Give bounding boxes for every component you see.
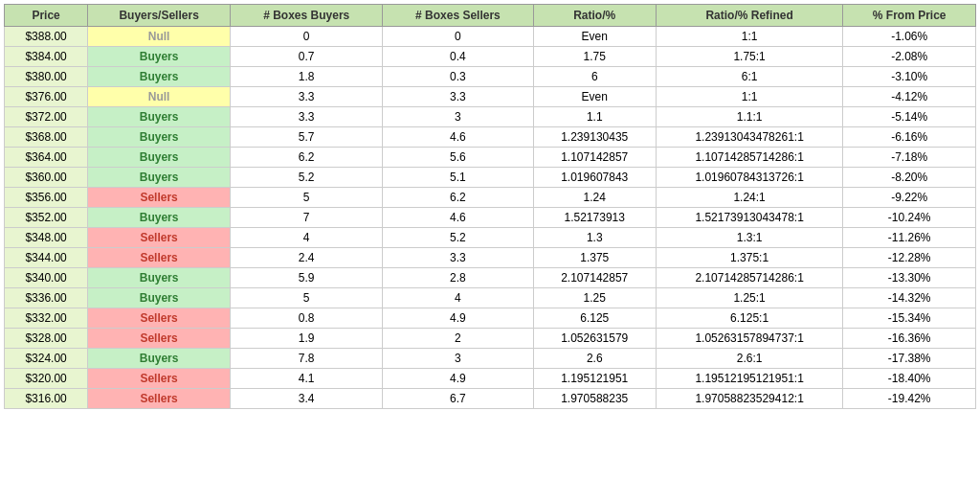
buyers-sellers-cell: Sellers (88, 308, 231, 329)
column-header: Buyers/Sellers (88, 5, 231, 27)
ratio-cell: 1.970588235 (533, 389, 656, 409)
column-header: Ratio/% (533, 5, 656, 27)
price-cell: $360.00 (5, 168, 88, 188)
ratio-cell: 1.195121951 (533, 369, 656, 389)
boxes-buyers-cell: 0 (231, 27, 383, 47)
boxes-sellers-cell: 0.3 (383, 67, 533, 87)
boxes-sellers-cell: 3.3 (383, 87, 533, 107)
main-table: PriceBuyers/Sellers# Boxes Buyers# Boxes… (4, 4, 976, 409)
boxes-buyers-cell: 3.4 (231, 389, 383, 409)
price-cell: $364.00 (5, 148, 88, 168)
ratio-refined-cell: 1.375:1 (656, 248, 842, 268)
price-cell: $340.00 (5, 268, 88, 288)
column-header: # Boxes Sellers (383, 5, 533, 27)
column-header: % From Price (843, 5, 976, 27)
ratio-cell: 1.019607843 (533, 168, 656, 188)
table-row: $348.00Sellers45.21.31.3:1-11.26% (5, 228, 976, 248)
buyers-sellers-cell: Buyers (88, 349, 231, 369)
price-cell: $316.00 (5, 389, 88, 409)
ratio-refined-cell: 1.25:1 (656, 288, 842, 308)
boxes-buyers-cell: 1.8 (231, 67, 383, 87)
from-price-cell: -16.36% (843, 329, 976, 349)
table-row: $360.00Buyers5.25.11.0196078431.01960784… (5, 168, 976, 188)
boxes-buyers-cell: 5.7 (231, 127, 383, 148)
ratio-cell: 1.107142857 (533, 148, 656, 168)
buyers-sellers-cell: Buyers (88, 47, 231, 67)
price-cell: $352.00 (5, 208, 88, 228)
ratio-refined-cell: 1.05263157894737:1 (656, 329, 842, 349)
ratio-cell: Even (533, 27, 656, 47)
from-price-cell: -10.24% (843, 208, 976, 228)
from-price-cell: -12.28% (843, 248, 976, 268)
from-price-cell: -19.42% (843, 389, 976, 409)
price-cell: $324.00 (5, 349, 88, 369)
ratio-refined-cell: 6.125:1 (656, 308, 842, 329)
ratio-cell: 2.107142857 (533, 268, 656, 288)
boxes-buyers-cell: 2.4 (231, 248, 383, 268)
ratio-refined-cell: 1.01960784313726:1 (656, 168, 842, 188)
table-row: $332.00Sellers0.84.96.1256.125:1-15.34% (5, 308, 976, 329)
from-price-cell: -2.08% (843, 47, 976, 67)
boxes-buyers-cell: 5 (231, 288, 383, 308)
table-row: $336.00Buyers541.251.25:1-14.32% (5, 288, 976, 308)
buyers-sellers-cell: Buyers (88, 268, 231, 288)
table-row: $388.00Null00Even1:1-1.06% (5, 27, 976, 47)
from-price-cell: -13.30% (843, 268, 976, 288)
boxes-sellers-cell: 3.3 (383, 248, 533, 268)
price-cell: $332.00 (5, 308, 88, 329)
boxes-sellers-cell: 5.2 (383, 228, 533, 248)
ratio-cell: 6.125 (533, 308, 656, 329)
boxes-buyers-cell: 5.9 (231, 268, 383, 288)
price-cell: $344.00 (5, 248, 88, 268)
ratio-cell: 1.052631579 (533, 329, 656, 349)
ratio-refined-cell: 2.6:1 (656, 349, 842, 369)
from-price-cell: -1.06% (843, 27, 976, 47)
boxes-buyers-cell: 7 (231, 208, 383, 228)
ratio-cell: 1.52173913 (533, 208, 656, 228)
table-row: $320.00Sellers4.14.91.1951219511.1951219… (5, 369, 976, 389)
ratio-refined-cell: 1.24:1 (656, 188, 842, 208)
ratio-refined-cell: 1.75:1 (656, 47, 842, 67)
price-cell: $384.00 (5, 47, 88, 67)
boxes-sellers-cell: 4.9 (383, 369, 533, 389)
table-row: $380.00Buyers1.80.366:1-3.10% (5, 67, 976, 87)
ratio-cell: 1.3 (533, 228, 656, 248)
buyers-sellers-cell: Sellers (88, 329, 231, 349)
boxes-sellers-cell: 2 (383, 329, 533, 349)
table-row: $316.00Sellers3.46.71.9705882351.9705882… (5, 389, 976, 409)
boxes-buyers-cell: 4.1 (231, 369, 383, 389)
boxes-buyers-cell: 0.7 (231, 47, 383, 67)
from-price-cell: -18.40% (843, 369, 976, 389)
column-header: # Boxes Buyers (231, 5, 383, 27)
buyers-sellers-cell: Sellers (88, 248, 231, 268)
ratio-cell: 1.25 (533, 288, 656, 308)
buyers-sellers-cell: Buyers (88, 127, 231, 148)
price-cell: $320.00 (5, 369, 88, 389)
ratio-refined-cell: 1.97058823529412:1 (656, 389, 842, 409)
boxes-sellers-cell: 5.6 (383, 148, 533, 168)
ratio-cell: 1.75 (533, 47, 656, 67)
column-header: Price (5, 5, 88, 27)
buyers-sellers-cell: Buyers (88, 168, 231, 188)
ratio-cell: 1.24 (533, 188, 656, 208)
buyers-sellers-cell: Sellers (88, 369, 231, 389)
ratio-cell: 1.239130435 (533, 127, 656, 148)
price-cell: $336.00 (5, 288, 88, 308)
boxes-sellers-cell: 0 (383, 27, 533, 47)
table-row: $328.00Sellers1.921.0526315791.052631578… (5, 329, 976, 349)
table-row: $372.00Buyers3.331.11.1:1-5.14% (5, 107, 976, 127)
price-cell: $368.00 (5, 127, 88, 148)
table-row: $376.00Null3.33.3Even1:1-4.12% (5, 87, 976, 107)
price-cell: $356.00 (5, 188, 88, 208)
ratio-refined-cell: 1.10714285714286:1 (656, 148, 842, 168)
boxes-buyers-cell: 7.8 (231, 349, 383, 369)
buyers-sellers-cell: Null (88, 27, 231, 47)
ratio-refined-cell: 2.10714285714286:1 (656, 268, 842, 288)
table-row: $356.00Sellers56.21.241.24:1-9.22% (5, 188, 976, 208)
boxes-sellers-cell: 4 (383, 288, 533, 308)
ratio-refined-cell: 1.3:1 (656, 228, 842, 248)
boxes-buyers-cell: 0.8 (231, 308, 383, 329)
ratio-refined-cell: 1:1 (656, 27, 842, 47)
boxes-sellers-cell: 2.8 (383, 268, 533, 288)
boxes-buyers-cell: 5.2 (231, 168, 383, 188)
